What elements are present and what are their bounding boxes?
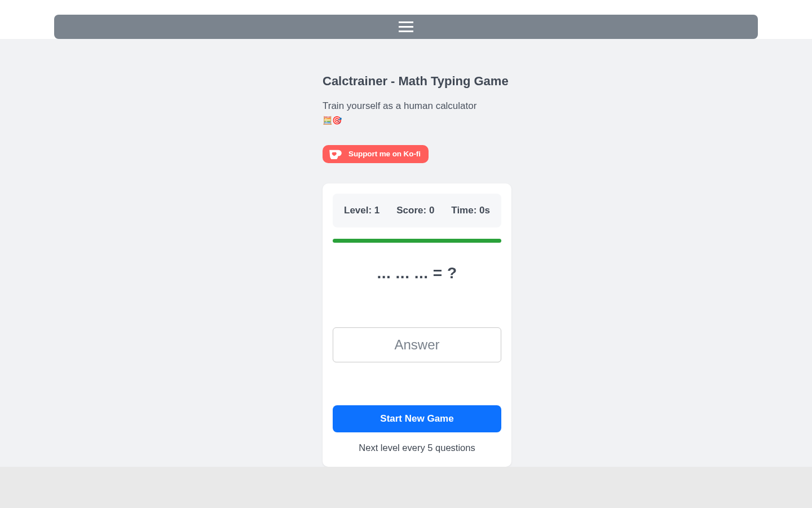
content-column: Calctrainer - Math Typing Game Train you… (323, 74, 511, 467)
score-stat: Score: 0 (396, 205, 434, 216)
answer-input[interactable] (333, 327, 501, 362)
level-hint: Next level every 5 questions (333, 443, 501, 453)
stats-bar: Level: 1 Score: 0 Time: 0s (333, 194, 501, 227)
game-card: Level: 1 Score: 0 Time: 0s ... ... ... =… (323, 183, 511, 467)
main-area: Calctrainer - Math Typing Game Train you… (0, 39, 812, 467)
footer-strip (0, 467, 812, 509)
time-stat: Time: 0s (451, 205, 490, 216)
nav-bar (54, 15, 758, 39)
page-subtitle: Train yourself as a human calculator (323, 99, 511, 113)
kofi-button[interactable]: Support me on Ko-fi (323, 145, 429, 163)
page-title: Calctrainer - Math Typing Game (323, 74, 511, 89)
kofi-cup-icon (328, 149, 343, 159)
level-stat: Level: 1 (344, 205, 379, 216)
emoji-line: 🧮🎯 (323, 116, 511, 125)
kofi-label: Support me on Ko-fi (348, 150, 421, 158)
progress-bar (333, 239, 501, 243)
start-new-game-button[interactable]: Start New Game (333, 405, 501, 432)
equation-display: ... ... ... = ? (333, 264, 501, 282)
hamburger-menu-icon[interactable] (399, 21, 413, 32)
